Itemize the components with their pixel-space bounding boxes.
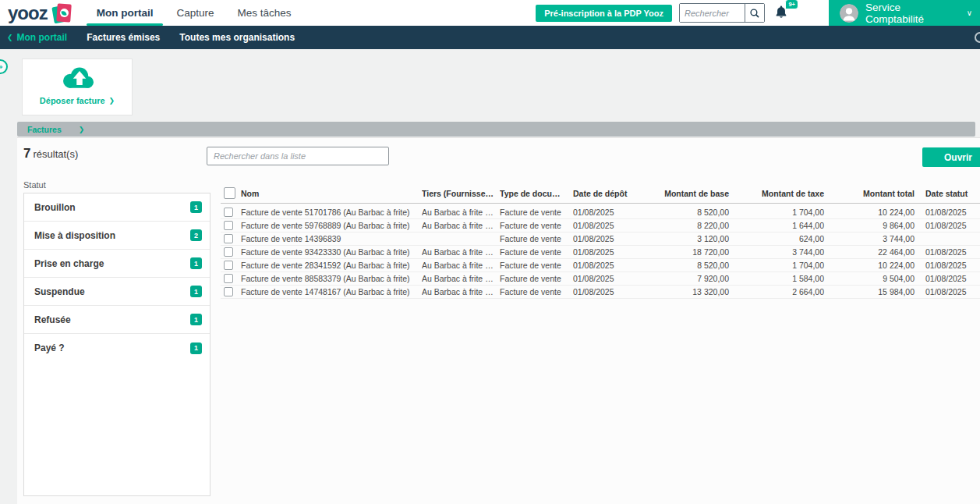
subnav-item-toutes-organisations[interactable]: Toutes mes organisations bbox=[179, 32, 295, 43]
row-checkbox[interactable] bbox=[224, 261, 233, 270]
row-checkbox[interactable] bbox=[224, 234, 233, 243]
breadcrumb[interactable]: Factures ❯ bbox=[17, 122, 975, 137]
table-body: Facture de vente 51701786 (Au Barbac à f… bbox=[221, 204, 980, 299]
cell-montant-total: 15 984,00 bbox=[830, 287, 921, 296]
status-count-badge: 1 bbox=[190, 343, 202, 354]
back-chevron-icon: ❮ bbox=[7, 34, 13, 41]
yooz-logo[interactable]: yooz bbox=[8, 2, 74, 24]
chevron-down-icon: ∨ bbox=[967, 9, 972, 17]
cell-nom: Facture de vente 14748167 (Au Barbac à f… bbox=[241, 287, 422, 296]
cell-montant-taxe: 1 584,00 bbox=[735, 274, 830, 283]
row-checkbox[interactable] bbox=[224, 274, 233, 283]
column-header-date-statut[interactable]: Date statut bbox=[921, 189, 980, 198]
open-button[interactable]: Ouvrir bbox=[922, 147, 980, 167]
table-row[interactable]: Facture de vente 93423330 (Au Barbac à f… bbox=[221, 246, 980, 259]
cell-montant-base: 8 220,00 bbox=[640, 221, 735, 230]
cell-date-statut: 01/08/2025 bbox=[921, 221, 980, 230]
cell-date-depot: 01/08/2025 bbox=[573, 287, 640, 296]
row-checkbox[interactable] bbox=[224, 208, 233, 217]
row-checkbox[interactable] bbox=[224, 221, 233, 230]
column-header-type[interactable]: Type de document bbox=[500, 189, 573, 198]
status-count-badge: 1 bbox=[190, 257, 202, 269]
main-tabs: Mon portail Capture Mes tâches bbox=[85, 0, 303, 26]
column-header-montant-taxe[interactable]: Montant de taxe bbox=[735, 189, 830, 198]
status-filter-item[interactable]: Refusée 1 bbox=[24, 306, 210, 334]
column-header-nom[interactable]: Nom bbox=[241, 189, 422, 198]
table-row[interactable]: Facture de vente 51701786 (Au Barbac à f… bbox=[221, 206, 980, 219]
global-search bbox=[679, 3, 765, 23]
cell-tiers: Au Barbac à frite (BA... bbox=[422, 208, 500, 217]
table-row[interactable]: Facture de vente 14396839 Facture de ven… bbox=[221, 232, 980, 246]
global-search-input[interactable] bbox=[680, 4, 745, 22]
cell-montant-taxe: 1 704,00 bbox=[735, 208, 830, 217]
column-header-montant-base[interactable]: Montant de base bbox=[640, 189, 735, 198]
cell-nom: Facture de vente 88583379 (Au Barbac à f… bbox=[241, 274, 422, 283]
cell-nom: Facture de vente 14396839 bbox=[241, 234, 422, 243]
table-row[interactable]: Facture de vente 88583379 (Au Barbac à f… bbox=[221, 272, 980, 286]
forward-chevron-icon: ❯ bbox=[79, 126, 85, 133]
notifications-bell-icon[interactable]: 9+ bbox=[774, 5, 788, 22]
results-count: 7résultat(s) bbox=[23, 146, 78, 161]
cell-tiers: Au Barbac à frite (BA... bbox=[422, 247, 500, 257]
top-header: yooz Mon portail Capture Mes tâches Pré-… bbox=[0, 0, 980, 26]
cell-type: Facture de vente bbox=[500, 234, 573, 243]
cell-date-depot: 01/08/2025 bbox=[573, 221, 640, 230]
list-search-input[interactable] bbox=[207, 147, 389, 165]
cell-montant-total: 9 864,00 bbox=[830, 221, 921, 230]
subnav-item-factures-emises[interactable]: Factures émises bbox=[87, 32, 160, 43]
cloud-upload-icon bbox=[58, 65, 96, 91]
panel-expander-icon[interactable]: » bbox=[0, 59, 8, 74]
column-header-montant-total[interactable]: Montant total bbox=[830, 189, 921, 198]
status-count-badge: 1 bbox=[190, 286, 202, 297]
status-filter-title: Statut bbox=[23, 180, 46, 190]
search-icon[interactable] bbox=[745, 4, 764, 22]
leaf-icon bbox=[59, 8, 69, 17]
secondary-nav: ❮ Mon portail Factures émises Toutes mes… bbox=[0, 26, 980, 49]
column-header-tiers[interactable]: Tiers (Fournisseur, ... bbox=[422, 189, 500, 198]
avatar bbox=[840, 4, 858, 23]
cell-type: Facture de vente bbox=[500, 221, 573, 230]
status-item-label: Prise en charge bbox=[34, 258, 104, 269]
cell-montant-total: 9 504,00 bbox=[830, 274, 921, 283]
notification-badge: 9+ bbox=[785, 0, 798, 9]
cell-date-depot: 01/08/2025 bbox=[573, 247, 640, 257]
status-filter-item[interactable]: Suspendue 1 bbox=[24, 278, 210, 306]
cell-montant-total: 10 224,00 bbox=[830, 261, 921, 270]
cell-montant-base: 13 320,00 bbox=[640, 287, 735, 296]
select-all-checkbox[interactable] bbox=[224, 187, 235, 199]
status-filter-item[interactable]: Mise à disposition 2 bbox=[24, 222, 210, 250]
results-number: 7 bbox=[23, 146, 30, 161]
clock-icon[interactable] bbox=[975, 32, 980, 43]
table-row[interactable]: Facture de vente 59768889 (Au Barbac à f… bbox=[221, 219, 980, 232]
cell-montant-base: 3 120,00 bbox=[640, 234, 735, 243]
yooz-logo-icon bbox=[52, 2, 74, 24]
upload-invoice-card[interactable]: Déposer facture ❯ bbox=[22, 59, 133, 115]
column-header-date-depot[interactable]: Date de dépôt bbox=[573, 189, 640, 198]
tab-capture[interactable]: Capture bbox=[165, 0, 225, 26]
status-count-badge: 1 bbox=[190, 201, 202, 213]
row-checkbox[interactable] bbox=[224, 247, 233, 257]
table-header-row: Nom Tiers (Fournisseur, ... Type de docu… bbox=[221, 183, 980, 204]
status-filter-item[interactable]: Brouillon 1 bbox=[24, 193, 210, 222]
back-link-mon-portail[interactable]: ❮ Mon portail bbox=[7, 32, 67, 43]
user-menu[interactable]: Service Comptabilité ∨ bbox=[829, 0, 980, 26]
cell-date-depot: 01/08/2025 bbox=[573, 261, 640, 270]
cell-montant-base: 8 520,00 bbox=[640, 261, 735, 270]
logo-text: yooz bbox=[8, 2, 48, 24]
status-filter-list: Brouillon 1 Mise à disposition 2 Prise e… bbox=[23, 193, 211, 496]
tab-mes-taches[interactable]: Mes tâches bbox=[225, 0, 302, 26]
tab-mon-portail[interactable]: Mon portail bbox=[85, 0, 165, 26]
table-row[interactable]: Facture de vente 28341592 (Au Barbac à f… bbox=[221, 259, 980, 272]
cell-montant-taxe: 1 704,00 bbox=[735, 261, 830, 270]
cell-date-statut: 01/08/2025 bbox=[921, 247, 980, 257]
pdp-signup-button[interactable]: Pré-inscription à la PDP Yooz bbox=[536, 5, 672, 22]
table-row[interactable]: Facture de vente 14748167 (Au Barbac à f… bbox=[221, 286, 980, 299]
cell-nom: Facture de vente 51701786 (Au Barbac à f… bbox=[241, 208, 422, 217]
cell-date-statut: 01/08/2025 bbox=[921, 274, 980, 283]
row-checkbox[interactable] bbox=[224, 287, 233, 296]
status-count-badge: 2 bbox=[190, 229, 202, 241]
status-item-label: Mise à disposition bbox=[34, 230, 115, 241]
status-filter-item[interactable]: Payé ? 1 bbox=[24, 334, 210, 362]
status-filter-item[interactable]: Prise en charge 1 bbox=[24, 250, 210, 278]
cell-montant-base: 18 720,00 bbox=[640, 247, 735, 257]
